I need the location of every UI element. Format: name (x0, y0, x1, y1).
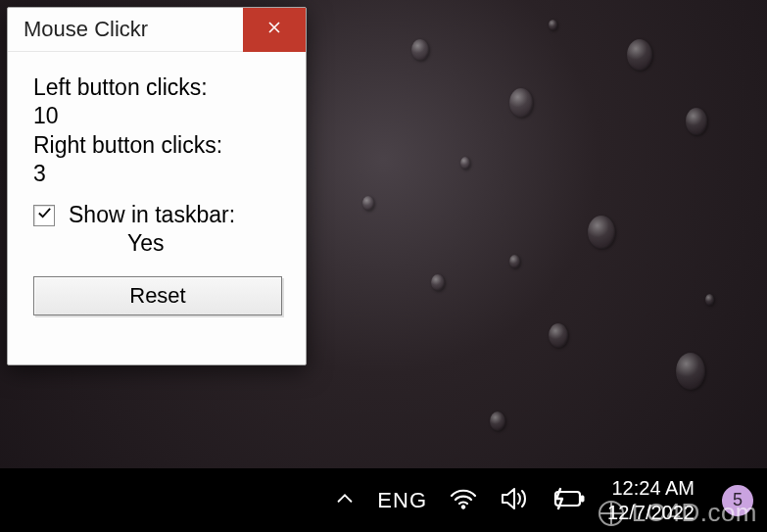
volume-button[interactable] (500, 486, 529, 515)
show-in-taskbar-checkbox[interactable] (33, 205, 55, 226)
left-clicks-label: Left button clicks: (33, 73, 280, 102)
right-clicks-value: 3 (33, 160, 280, 188)
clock-time: 12:24 AM (607, 476, 695, 501)
watermark: LO4D.com (599, 498, 757, 528)
battery-button[interactable] (551, 487, 586, 514)
wifi-button[interactable] (449, 487, 478, 514)
show-in-taskbar-label: Show in taskbar: (69, 201, 235, 229)
wifi-icon (449, 487, 478, 514)
speaker-icon (500, 486, 529, 515)
battery-charging-icon (551, 487, 586, 514)
close-icon (267, 21, 281, 38)
language-indicator[interactable]: ENG (377, 488, 427, 513)
reset-button[interactable]: Reset (33, 276, 282, 315)
show-in-taskbar-value: Yes (69, 229, 235, 258)
window-title: Mouse Clickr (8, 17, 243, 42)
titlebar[interactable]: Mouse Clickr (8, 8, 306, 52)
window-client-area: Left button clicks: 10 Right button clic… (8, 52, 306, 331)
checkmark-icon (37, 206, 52, 224)
svg-rect-2 (581, 496, 584, 502)
app-window: Mouse Clickr Left button clicks: 10 Righ… (7, 7, 307, 365)
close-button[interactable] (243, 8, 306, 52)
watermark-text: LO4D.com (632, 498, 757, 528)
left-clicks-value: 10 (33, 102, 280, 130)
chevron-up-icon (334, 488, 356, 513)
svg-point-0 (461, 505, 465, 508)
globe-icon (599, 501, 624, 526)
right-clicks-label: Right button clicks: (33, 131, 280, 160)
tray-overflow-button[interactable] (334, 488, 356, 513)
